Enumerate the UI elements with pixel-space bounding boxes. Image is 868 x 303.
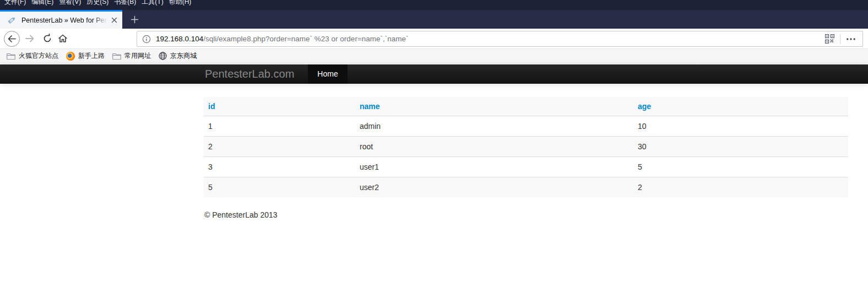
table-row: 3 user1 5 <box>204 157 848 177</box>
back-button[interactable] <box>4 31 20 47</box>
url-bar-divider <box>840 34 840 44</box>
browser-window: 文件(F) 编辑(E) 查看(V) 历史(S) 书签(B) 工具(T) 帮助(H… <box>0 0 868 303</box>
bookmark-folder-common-sites[interactable]: 常用网址 <box>109 50 155 62</box>
bookmark-label: 火狐官方站点 <box>19 51 58 61</box>
bookmark-label: 常用网址 <box>124 51 151 61</box>
folder-icon <box>112 52 121 60</box>
table-row: 2 root 30 <box>204 137 848 157</box>
table-header-row: id name age <box>204 97 848 116</box>
arrow-left-icon <box>7 34 17 44</box>
home-icon <box>58 34 68 44</box>
cell-age: 5 <box>633 157 848 177</box>
page-viewport: PentesterLab.com Home id name age 1 ad <box>0 63 868 303</box>
new-tab-button[interactable] <box>126 10 143 29</box>
cell-id: 3 <box>204 157 355 177</box>
forward-button[interactable] <box>25 34 35 44</box>
home-button[interactable] <box>58 34 68 44</box>
cell-id: 1 <box>204 116 355 137</box>
menu-edit[interactable]: 编辑(E) <box>29 0 56 6</box>
cell-id: 5 <box>204 177 355 198</box>
bookmark-jd-mall[interactable]: 京东商城 <box>155 50 200 62</box>
site-brand[interactable]: PentesterLab.com <box>204 64 305 84</box>
folder-icon <box>7 52 15 60</box>
cell-name: admin <box>355 116 633 137</box>
arrow-right-icon <box>25 34 35 44</box>
reload-icon <box>42 34 52 44</box>
bookmark-folder-firefox-sites[interactable]: 火狐官方站点 <box>3 50 62 62</box>
menu-bar: 文件(F) 编辑(E) 查看(V) 历史(S) 书签(B) 工具(T) 帮助(H… <box>0 0 868 10</box>
page-content: id name age 1 admin 10 2 root 30 <box>204 97 848 219</box>
tab-bar: PentesterLab » Web for Pent <box>0 10 868 29</box>
table-row: 1 admin 10 <box>204 116 848 137</box>
site-navbar-inner: PentesterLab.com Home <box>204 64 868 84</box>
url-bar[interactable]: 192.168.0.104/sqli/example8.php?order=na… <box>137 31 863 47</box>
globe-icon <box>159 52 167 60</box>
url-path: /sqli/example8.php?order=name` %23 or or… <box>203 35 408 43</box>
pentesterlab-pencil-icon <box>7 15 17 25</box>
site-navbar: PentesterLab.com Home <box>0 64 868 84</box>
url-domain: 192.168.0.104 <box>156 35 203 43</box>
copyright-footer: © PentesterLab 2013 <box>204 210 848 219</box>
cell-name: root <box>355 137 633 157</box>
cell-age: 10 <box>633 116 848 137</box>
tab-title: PentesterLab » Web for Pent <box>21 17 109 24</box>
column-header-id[interactable]: id <box>204 97 355 116</box>
menu-file[interactable]: 文件(F) <box>2 0 29 6</box>
url-text[interactable]: 192.168.0.104/sqli/example8.php?order=na… <box>156 35 409 43</box>
menu-history[interactable]: 历史(S) <box>84 0 111 6</box>
cell-name: user1 <box>355 157 633 177</box>
navigation-toolbar: 192.168.0.104/sqli/example8.php?order=na… <box>0 29 868 49</box>
qr-code-icon[interactable] <box>825 34 834 44</box>
menu-tools[interactable]: 工具(T) <box>139 0 166 6</box>
bookmark-getting-started[interactable]: 新手上路 <box>62 50 109 62</box>
close-icon[interactable] <box>109 15 119 25</box>
menu-row: 文件(F) 编辑(E) 查看(V) 历史(S) 书签(B) 工具(T) 帮助(H… <box>0 0 868 6</box>
cell-age: 30 <box>633 137 848 157</box>
menu-help[interactable]: 帮助(H) <box>166 0 194 6</box>
results-table: id name age 1 admin 10 2 root 30 <box>204 97 848 197</box>
tab-pentesterlab[interactable]: PentesterLab » Web for Pent <box>0 10 122 29</box>
bookmarks-toolbar: 火狐官方站点 新手上路 常用网址 京东商城 <box>0 49 868 63</box>
column-header-age[interactable]: age <box>633 97 848 116</box>
page-actions-ellipsis-icon[interactable] <box>846 37 856 41</box>
cell-age: 2 <box>633 177 848 198</box>
cell-name: user2 <box>355 177 633 198</box>
info-circle-icon[interactable] <box>142 35 151 44</box>
menu-bookmarks[interactable]: 书签(B) <box>111 0 139 6</box>
plus-icon <box>131 15 139 24</box>
cell-id: 2 <box>204 137 355 157</box>
bookmark-label: 新手上路 <box>78 51 105 61</box>
reload-button[interactable] <box>42 34 52 44</box>
column-header-name[interactable]: name <box>355 97 633 116</box>
bookmark-label: 京东商城 <box>170 51 197 61</box>
nav-item-home[interactable]: Home <box>308 64 347 84</box>
menu-view[interactable]: 查看(V) <box>56 0 84 6</box>
table-row: 5 user2 2 <box>204 177 848 198</box>
firefox-icon <box>66 52 75 61</box>
